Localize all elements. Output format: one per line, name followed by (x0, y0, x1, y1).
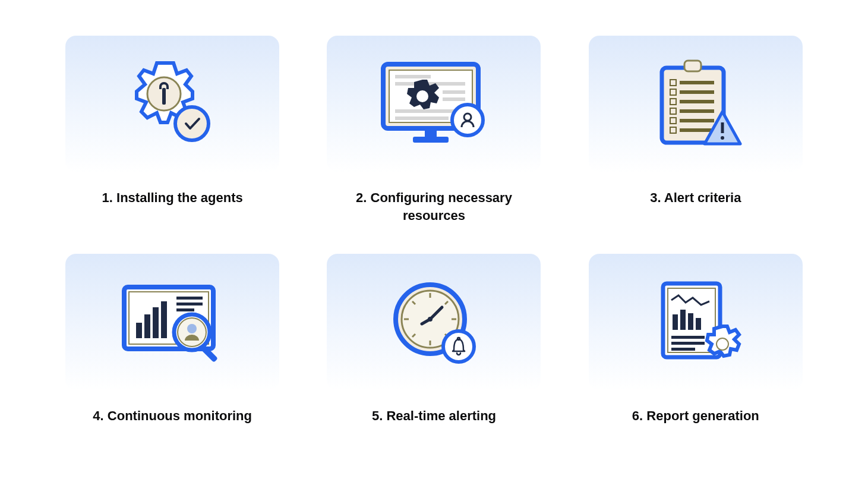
svg-rect-17 (684, 61, 701, 71)
svg-point-57 (428, 317, 433, 322)
svg-point-43 (187, 324, 197, 333)
svg-rect-39 (176, 303, 203, 305)
step-6-label: 6. Report generation (632, 407, 759, 425)
gear-wrench-check-icon (116, 53, 229, 155)
svg-rect-37 (161, 301, 167, 338)
svg-rect-68 (671, 348, 695, 351)
step-1-label: 1. Installing the agents (102, 189, 243, 207)
svg-rect-12 (395, 116, 449, 120)
step-5-label: 5. Real-time alerting (372, 407, 496, 425)
step-2-card (327, 36, 541, 172)
svg-rect-7 (395, 75, 431, 78)
svg-rect-29 (680, 128, 714, 132)
steps-grid: 1. Installing the agents (59, 36, 809, 425)
svg-rect-19 (680, 81, 714, 84)
step-2-label: 2. Configuring necessary resources (327, 189, 541, 224)
svg-rect-66 (671, 336, 705, 339)
step-4-label: 4. Continuous monitoring (93, 407, 252, 425)
svg-rect-25 (680, 109, 714, 113)
svg-rect-9 (443, 90, 465, 94)
svg-rect-35 (144, 314, 150, 338)
step-5-card (327, 254, 541, 390)
clock-bell-icon (380, 272, 487, 373)
svg-rect-10 (443, 97, 465, 101)
svg-rect-40 (176, 308, 194, 311)
step-6-card (589, 254, 803, 390)
svg-rect-36 (153, 307, 159, 338)
svg-point-58 (443, 331, 474, 362)
svg-rect-27 (680, 119, 714, 122)
step-3-card (589, 36, 803, 172)
step-6: 6. Report generation (583, 254, 809, 425)
dashboard-magnifier-icon (110, 272, 235, 373)
svg-rect-64 (688, 313, 693, 330)
svg-rect-63 (680, 310, 686, 330)
svg-rect-67 (671, 342, 705, 345)
step-2: 2. Configuring necessary resources (321, 36, 547, 224)
svg-rect-1 (162, 88, 166, 105)
report-gear-icon (639, 272, 752, 373)
svg-rect-34 (136, 323, 142, 338)
step-3: 3. Alert criteria (583, 36, 809, 224)
clipboard-warning-icon (639, 53, 752, 155)
svg-rect-38 (176, 297, 203, 300)
svg-rect-65 (696, 318, 701, 330)
svg-rect-30 (721, 122, 724, 133)
svg-rect-5 (425, 128, 437, 137)
step-5: 5. Real-time alerting (321, 254, 547, 425)
step-4: 4. Continuous monitoring (59, 254, 285, 425)
svg-point-69 (717, 338, 728, 350)
svg-rect-8 (395, 82, 465, 86)
svg-rect-62 (673, 314, 678, 330)
monitor-gear-user-icon (371, 53, 496, 155)
svg-point-2 (175, 107, 209, 140)
step-4-card (65, 254, 279, 390)
svg-rect-6 (413, 137, 449, 143)
step-1: 1. Installing the agents (59, 36, 285, 224)
step-3-label: 3. Alert criteria (650, 189, 741, 207)
svg-point-13 (416, 90, 428, 102)
svg-point-31 (721, 136, 724, 140)
svg-rect-23 (680, 100, 714, 103)
step-1-card (65, 36, 279, 172)
svg-rect-21 (680, 90, 714, 94)
